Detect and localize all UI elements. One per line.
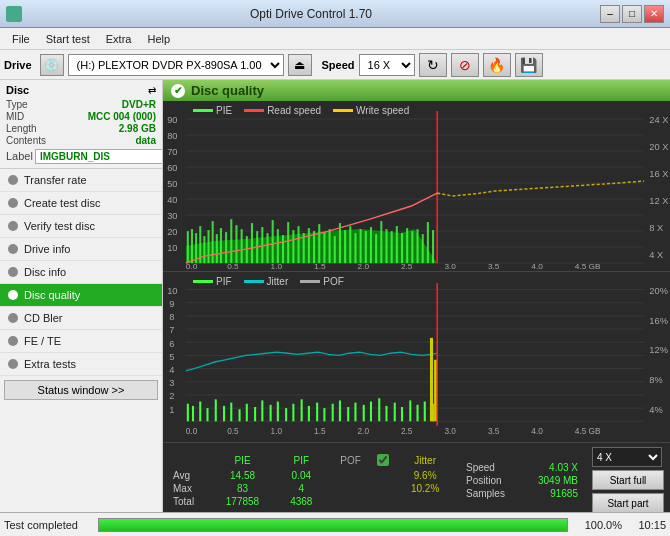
main-layout: Disc ⇄ Type DVD+R MID MCC 004 (000) Leng…	[0, 80, 670, 512]
charts-area: PIE Read speed Write speed 90 80 70	[163, 101, 670, 512]
stats-panel: PIE PIF POF Jitter	[163, 443, 670, 512]
svg-text:3: 3	[169, 377, 174, 388]
status-text: Test completed	[4, 519, 94, 531]
sidebar-item-drive-info[interactable]: Drive info	[0, 238, 162, 261]
mid-value: MCC 004 (000)	[88, 111, 156, 122]
nav-label: Create test disc	[24, 197, 100, 209]
svg-rect-57	[282, 235, 284, 263]
svg-rect-140	[308, 406, 310, 421]
bottom-chart-legend: PIF Jitter POF	[193, 276, 344, 287]
jitter-checkbox[interactable]	[377, 454, 389, 466]
drive-bar: Drive 💿 (H:) PLEXTOR DVDR PX-890SA 1.00 …	[0, 50, 670, 80]
svg-rect-143	[332, 404, 334, 422]
svg-rect-49	[241, 229, 243, 263]
svg-text:0.5: 0.5	[227, 426, 239, 436]
drive-select[interactable]: (H:) PLEXTOR DVDR PX-890SA 1.00	[68, 54, 284, 76]
speed-select[interactable]: 16 X	[359, 54, 415, 76]
svg-text:2.5: 2.5	[401, 262, 413, 271]
sidebar-item-extra-tests[interactable]: Extra tests	[0, 353, 162, 376]
bottom-chart-svg: 10 9 8 7 6 5 4 3 2 1 20% 16% 12% 8% 4%	[163, 272, 670, 442]
svg-rect-148	[370, 402, 372, 422]
minimize-button[interactable]: –	[600, 5, 620, 23]
legend-read-speed: Read speed	[267, 105, 321, 116]
sidebar-item-create-test-disc[interactable]: Create test disc	[0, 192, 162, 215]
window-controls: – □ ✕	[600, 5, 664, 23]
svg-text:4.5 GB: 4.5 GB	[575, 426, 601, 436]
svg-rect-86	[432, 230, 434, 263]
svg-rect-62	[308, 228, 310, 263]
legend-pie: PIE	[216, 105, 232, 116]
sidebar-item-disc-quality[interactable]: Disc quality	[0, 284, 162, 307]
svg-text:8 X: 8 X	[649, 223, 663, 233]
refresh-button[interactable]: ↻	[419, 53, 447, 77]
svg-rect-153	[409, 401, 411, 422]
nav-label: Extra tests	[24, 358, 76, 370]
svg-text:2.0: 2.0	[358, 426, 370, 436]
sidebar-item-fe-te[interactable]: FE / TE	[0, 330, 162, 353]
svg-rect-126	[199, 402, 201, 422]
svg-text:3.0: 3.0	[444, 426, 456, 436]
nav-dot	[8, 336, 18, 346]
save-button[interactable]: 💾	[515, 53, 543, 77]
menu-extra[interactable]: Extra	[98, 31, 140, 47]
svg-rect-67	[334, 236, 336, 263]
row-max-label: Max	[169, 482, 209, 495]
total-pof	[327, 495, 375, 508]
svg-text:1.0: 1.0	[271, 426, 283, 436]
erase-button[interactable]: ⊘	[451, 53, 479, 77]
label-input[interactable]	[35, 149, 163, 164]
sidebar-item-cd-bler[interactable]: CD Bler	[0, 307, 162, 330]
svg-rect-154	[417, 405, 419, 421]
burn-button[interactable]: 🔥	[483, 53, 511, 77]
svg-rect-74	[370, 227, 372, 263]
col-pif: PIF	[276, 453, 327, 469]
menu-start-test[interactable]: Start test	[38, 31, 98, 47]
avg-jitter: 9.6%	[398, 469, 452, 482]
svg-text:0.0: 0.0	[186, 426, 198, 436]
eject-button[interactable]: ⏏	[288, 54, 312, 76]
svg-rect-79	[396, 226, 398, 263]
test-speed-select[interactable]: 4 X	[592, 447, 662, 467]
svg-text:50: 50	[167, 179, 177, 189]
svg-text:90: 90	[167, 115, 177, 125]
menu-file[interactable]: File	[4, 31, 38, 47]
nav-label: FE / TE	[24, 335, 61, 347]
menu-help[interactable]: Help	[139, 31, 178, 47]
avg-pof	[327, 469, 375, 482]
svg-text:4.0: 4.0	[531, 426, 543, 436]
nav-label: Disc quality	[24, 289, 80, 301]
svg-text:0.5: 0.5	[227, 262, 239, 271]
nav-label: Transfer rate	[24, 174, 87, 186]
max-jitter: 10.2%	[398, 482, 452, 495]
sidebar-item-disc-info[interactable]: Disc info	[0, 261, 162, 284]
svg-rect-155	[424, 402, 426, 422]
bottom-chart: PIF Jitter POF 10 9 8 7	[163, 272, 670, 443]
svg-rect-63	[313, 231, 315, 263]
svg-rect-64	[318, 224, 320, 263]
disc-refresh-icon[interactable]: ⇄	[148, 85, 156, 96]
svg-text:1.0: 1.0	[271, 262, 283, 271]
close-button[interactable]: ✕	[644, 5, 664, 23]
maximize-button[interactable]: □	[622, 5, 642, 23]
svg-rect-157	[430, 338, 433, 421]
svg-rect-42	[207, 230, 209, 263]
status-window-button[interactable]: Status window >>	[4, 380, 158, 400]
svg-text:40: 40	[167, 195, 177, 205]
svg-text:4: 4	[169, 364, 175, 375]
svg-rect-44	[216, 234, 218, 263]
svg-text:20 X: 20 X	[649, 142, 668, 152]
start-full-button[interactable]: Start full	[592, 470, 664, 490]
nav-dot	[8, 244, 18, 254]
app-icon	[6, 6, 22, 22]
row-total-label: Total	[169, 495, 209, 508]
drive-icon: 💿	[40, 54, 64, 76]
disc-quality-header: ✔ Disc quality	[163, 80, 670, 101]
svg-text:7: 7	[169, 324, 174, 335]
sidebar-item-verify-test-disc[interactable]: Verify test disc	[0, 215, 162, 238]
start-part-button[interactable]: Start part	[592, 493, 664, 512]
svg-rect-41	[203, 236, 205, 263]
svg-text:6: 6	[169, 338, 174, 349]
svg-rect-47	[230, 219, 232, 263]
speed-label: Speed	[322, 59, 355, 71]
sidebar-item-transfer-rate[interactable]: Transfer rate	[0, 169, 162, 192]
